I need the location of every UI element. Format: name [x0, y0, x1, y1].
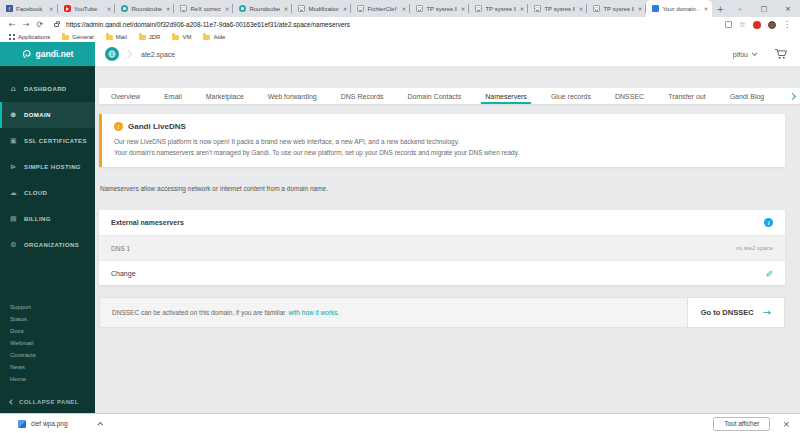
- sidebar-link-support[interactable]: Support: [0, 301, 95, 313]
- browser-tab-rex[interactable]: ReX correctio… ×: [174, 0, 233, 17]
- tab-email[interactable]: Email: [152, 88, 194, 104]
- bookmark-folder-general[interactable]: Général: [62, 34, 93, 40]
- tab-close-icon[interactable]: ×: [342, 5, 347, 12]
- browser-tab-roundcube[interactable]: Roundcube W… ×: [115, 0, 174, 17]
- browser-tab-tp-sysres-1[interactable]: TP sysres IMA… ×: [410, 0, 469, 17]
- close-download-bar-icon[interactable]: ×: [782, 419, 790, 429]
- bookmark-folder-aide[interactable]: Aide: [203, 34, 225, 40]
- sidebar-item-dashboard[interactable]: ⌂ DASHBOARD: [0, 76, 95, 102]
- browser-menu-icon[interactable]: ⋮: [783, 21, 791, 29]
- tab-title: TP sysres IMA…: [603, 6, 634, 12]
- sidebar-link-contracts[interactable]: Contracts: [0, 349, 95, 361]
- folder-icon: [139, 35, 146, 40]
- download-item[interactable]: clef wpa.png: [18, 420, 103, 428]
- tab-close-icon[interactable]: ×: [165, 5, 170, 12]
- tab-gandi-blog[interactable]: Gandi Blog: [718, 88, 777, 104]
- bookmark-label: Applications: [18, 34, 50, 40]
- bookmark-star-icon[interactable]: ☆: [739, 21, 746, 29]
- forward-icon[interactable]: →: [23, 21, 30, 29]
- tab-nameservers-active[interactable]: Nameservers: [473, 88, 539, 104]
- tab-glue-records[interactable]: Glue records: [539, 88, 603, 104]
- tab-close-icon[interactable]: ×: [578, 5, 583, 12]
- browser-tab-roundcube-2[interactable]: Roundcube W… ×: [233, 0, 292, 17]
- tabs-scroll-right-button[interactable]: [784, 88, 800, 104]
- breadcrumb-domain: ate2.space: [141, 51, 175, 58]
- sidebar-item-label: SIMPLE HOSTING: [24, 164, 81, 170]
- sidebar-item-organizations[interactable]: ⚙ ORGANIZATIONS: [0, 232, 95, 258]
- maximize-icon[interactable]: □: [752, 0, 776, 17]
- close-window-icon[interactable]: ×: [776, 0, 800, 17]
- tab-close-icon[interactable]: ×: [519, 5, 524, 12]
- sidebar-item-cloud[interactable]: ☁ CLOUD: [0, 180, 95, 206]
- gandi-app: gandi.net ate2.space pifou: [0, 42, 800, 413]
- sidebar-link-webmail[interactable]: Webmail: [0, 337, 95, 349]
- tab-title: Roundcube W…: [131, 6, 162, 12]
- change-nameservers-row[interactable]: Change ✎: [99, 260, 785, 285]
- show-all-downloads-button[interactable]: Tout afficher: [713, 417, 770, 431]
- tab-domain-contacts[interactable]: Domain Contacts: [396, 88, 474, 104]
- browser-tab-modification[interactable]: Modification … ×: [292, 0, 351, 17]
- sidebar-link-news[interactable]: News: [0, 361, 95, 373]
- collapse-panel-button[interactable]: COLLAPSE PANEL: [0, 399, 95, 405]
- reload-icon[interactable]: ⟳: [36, 21, 43, 29]
- tab-close-icon[interactable]: ×: [460, 5, 465, 12]
- app-header: gandi.net ate2.space pifou: [0, 42, 800, 66]
- browser-tab-facebook[interactable]: f Facebook ×: [0, 0, 58, 17]
- sidebar-link-home[interactable]: Home: [0, 373, 95, 385]
- url-field[interactable]: https://admin.gandi.net/domain/0f32d906-…: [66, 21, 718, 28]
- info-icon[interactable]: i: [764, 218, 773, 227]
- minimize-icon[interactable]: –: [728, 0, 752, 17]
- profile-avatar[interactable]: [768, 21, 776, 29]
- caret-up-icon[interactable]: [97, 421, 103, 427]
- new-tab-button[interactable]: +: [712, 0, 728, 17]
- tab-overview[interactable]: Overview: [99, 88, 152, 104]
- browser-tab-tp-sysres-4[interactable]: TP sysres IMA… ×: [587, 0, 646, 17]
- edit-pencil-icon[interactable]: ✎: [765, 268, 773, 278]
- bookmark-folder-vm[interactable]: VM: [172, 34, 191, 40]
- browser-tab-tp-sysres-2[interactable]: TP sysres IMA… ×: [469, 0, 528, 17]
- tab-close-icon[interactable]: ×: [637, 5, 642, 12]
- user-menu[interactable]: pifou: [733, 51, 756, 58]
- go-to-dnssec-button[interactable]: Go to DNSSEC →: [687, 298, 784, 327]
- app-breadcrumb-bar: ate2.space pifou: [95, 42, 800, 66]
- tab-close-icon[interactable]: ×: [703, 5, 708, 12]
- browser-tab-youtube[interactable]: YouTube ×: [58, 0, 116, 17]
- bookmark-label: JDR: [149, 34, 161, 40]
- bookmark-folder-jdr[interactable]: JDR: [139, 34, 161, 40]
- sidebar-item-domain[interactable]: ⊕ DOMAIN: [0, 102, 95, 128]
- cart-icon[interactable]: [774, 48, 788, 60]
- tab-dnssec[interactable]: DNSSEC: [603, 88, 656, 104]
- folder-icon: [62, 35, 69, 40]
- tab-close-icon[interactable]: ×: [401, 5, 406, 12]
- bookmark-label: Général: [72, 34, 93, 40]
- gear-icon: ⚙: [9, 241, 18, 249]
- tab-close-icon[interactable]: ×: [106, 5, 111, 12]
- secure-lock-icon[interactable]: [54, 23, 59, 27]
- tab-marketplace[interactable]: Marketplace: [194, 88, 256, 104]
- tab-dns-records[interactable]: DNS Records: [329, 88, 396, 104]
- sidebar-link-status[interactable]: Status: [0, 313, 95, 325]
- tab-close-icon[interactable]: ×: [49, 5, 54, 12]
- browser-tab-tp-sysres-3[interactable]: TP sysres IMA… ×: [528, 0, 587, 17]
- sidebar-item-billing[interactable]: ▤ BILLING: [0, 206, 95, 232]
- notice-title: Gandi LiveDNS: [128, 122, 186, 131]
- tab-web-forwarding[interactable]: Web forwarding: [256, 88, 329, 104]
- adblock-extension-icon[interactable]: [753, 21, 761, 29]
- dnssec-how-it-works-link[interactable]: with how it works.: [288, 309, 339, 316]
- tab-title: TP sysres IMA…: [426, 6, 457, 12]
- translate-icon[interactable]: [725, 21, 732, 28]
- tab-close-icon[interactable]: ×: [224, 5, 229, 12]
- tab-close-icon[interactable]: ×: [283, 5, 288, 12]
- sidebar-item-ssl-certificates[interactable]: ▣ SSL CERTIFICATES: [0, 128, 95, 154]
- window-controls: – □ ×: [728, 0, 800, 17]
- sidebar-link-docs[interactable]: Docs: [0, 325, 95, 337]
- back-icon[interactable]: ←: [9, 21, 16, 29]
- bookmark-folder-mail[interactable]: Mail: [106, 34, 127, 40]
- browser-tab-fichierclef[interactable]: FichierClef w… ×: [351, 0, 410, 17]
- tab-transfer-out[interactable]: Transfer out: [656, 88, 717, 104]
- browser-tab-your-domain-active[interactable]: Your domain… ×: [646, 0, 712, 17]
- sidebar-item-simple-hosting[interactable]: ⊳ SIMPLE HOSTING: [0, 154, 95, 180]
- gandi-logo[interactable]: gandi.net: [0, 42, 95, 66]
- sidebar-item-label: ORGANIZATIONS: [24, 242, 79, 248]
- bookmark-applications[interactable]: Applications: [9, 34, 50, 40]
